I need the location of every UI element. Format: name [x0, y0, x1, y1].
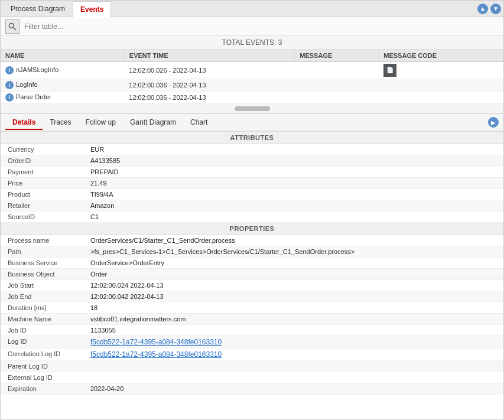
prop-value: >fs_pres>C1_Services-1>C1_Services>Order…: [83, 246, 503, 258]
attr-row: Currency EUR: [1, 144, 503, 155]
nav-prev-button[interactable]: ▲: [477, 4, 488, 14]
info-icon: i: [5, 93, 14, 102]
prop-row: Business Object Order: [1, 269, 503, 280]
prop-key: Correlation Log ID: [1, 349, 83, 361]
detail-expand-icon[interactable]: ▶: [488, 117, 499, 128]
table-row[interactable]: iParse Order 12:02:00.036 - 2022-04-13: [1, 92, 503, 104]
attr-row: SourceID C1: [1, 211, 503, 223]
tab-follow-up[interactable]: Follow up: [79, 116, 123, 130]
event-message-code-cell: [379, 79, 503, 92]
tab-chart[interactable]: Chart: [183, 116, 214, 130]
prop-row: Job End 12:02:00.042 2022-04-13: [1, 291, 503, 302]
search-icon[interactable]: [5, 19, 19, 34]
prop-row: Log ID f5cdb522-1a72-4395-a084-348fe0163…: [1, 336, 503, 349]
prop-row: Path >fs_pres>C1_Services-1>C1_Services>…: [1, 246, 503, 258]
event-name-cell: inJAMSLogInfo: [1, 62, 124, 79]
prop-value[interactable]: f5cdb522-1a72-4395-a084-348fe0163310: [83, 349, 503, 361]
table-row[interactable]: inJAMSLogInfo 12:02:00.026 - 2022-04-13 …: [1, 62, 503, 79]
prop-value: 18: [83, 302, 503, 314]
total-events-label: TOTAL EVENTS: 3: [1, 36, 503, 50]
prop-value: 12:02:00.042 2022-04-13: [83, 291, 503, 302]
attributes-table: Currency EUR OrderID A4133585 Payment PR…: [1, 144, 503, 223]
prop-key: Job End: [1, 291, 83, 302]
attr-key: Product: [1, 189, 83, 200]
event-message-code-cell: 📄: [379, 62, 503, 79]
event-message-cell: [295, 92, 379, 104]
prop-value[interactable]: f5cdb522-1a72-4395-a084-348fe0163310: [83, 336, 503, 349]
top-tab-bar: Process Diagram Events ▲ ▼: [1, 1, 503, 17]
search-bar: [1, 17, 503, 36]
filter-input[interactable]: [24, 22, 499, 31]
attr-key: Currency: [1, 144, 83, 155]
bottom-section: Details Traces Follow up Gantt Diagram C…: [1, 114, 503, 419]
prop-value: OrderService>OrderEntry: [83, 258, 503, 269]
prop-key: Business Service: [1, 258, 83, 269]
detail-tabs: Details Traces Follow up Gantt Diagram C…: [1, 114, 503, 132]
tab-events[interactable]: Events: [73, 1, 111, 18]
event-name-cell: iLogInfo: [1, 79, 124, 92]
attr-value: EUR: [83, 144, 503, 155]
prop-link[interactable]: f5cdb522-1a72-4395-a084-348fe0163310: [90, 338, 222, 346]
scroll-thumb[interactable]: [235, 106, 270, 111]
info-icon: i: [5, 81, 14, 89]
event-time-cell: 12:02:00.026 - 2022-04-13: [124, 62, 294, 79]
doc-icon-btn[interactable]: 📄: [383, 64, 396, 77]
col-message: MESSAGE: [295, 50, 379, 62]
prop-key: Expiration: [1, 383, 83, 395]
attr-key: SourceID: [1, 211, 83, 223]
tab-traces[interactable]: Traces: [43, 116, 78, 130]
attributes-header: ATTRIBUTES: [1, 132, 503, 144]
attr-key: OrderID: [1, 155, 83, 167]
tab-process-diagram[interactable]: Process Diagram: [3, 1, 73, 17]
prop-row: Correlation Log ID f5cdb522-1a72-4395-a0…: [1, 349, 503, 361]
prop-row: Expiration 2022-04-20: [1, 383, 503, 395]
col-event-time: EVENT TIME: [124, 50, 294, 62]
event-message-cell: [295, 79, 379, 92]
prop-value: 12:02:00.024 2022-04-13: [83, 280, 503, 291]
prop-key: Business Object: [1, 269, 83, 280]
prop-value: [83, 361, 503, 372]
prop-key: Machine Name: [1, 314, 83, 325]
prop-value: Order: [83, 269, 503, 280]
prop-value: OrderServices/C1/Starter_C1_SendOrder.pr…: [83, 235, 503, 246]
event-time-cell: 12:02:00.036 - 2022-04-13: [124, 79, 294, 92]
nav-next-button[interactable]: ▼: [490, 4, 501, 14]
prop-key: External Log ID: [1, 372, 83, 383]
prop-key: Duration [ms]: [1, 302, 83, 314]
properties-header: PROPERTIES: [1, 223, 503, 235]
table-row[interactable]: iLogInfo 12:02:00.036 - 2022-04-13: [1, 79, 503, 92]
prop-key: Parent Log ID: [1, 361, 83, 372]
prop-row: Duration [ms] 18: [1, 302, 503, 314]
detail-content: ATTRIBUTES Currency EUR OrderID A4133585…: [1, 132, 503, 419]
svg-point-0: [9, 23, 14, 28]
scroll-indicator: [1, 104, 503, 113]
main-container: Process Diagram Events ▲ ▼ TOTAL EVENTS:…: [0, 0, 504, 420]
properties-table: Process name OrderServices/C1/Starter_C1…: [1, 235, 503, 395]
event-name-cell: iParse Order: [1, 92, 124, 104]
prop-link[interactable]: f5cdb522-1a72-4395-a084-348fe0163310: [90, 350, 222, 359]
tab-details[interactable]: Details: [5, 116, 43, 130]
attr-value: Amazon: [83, 200, 503, 211]
events-table: NAME EVENT TIME MESSAGE MESSAGE CODE inJ…: [1, 50, 503, 104]
attr-row: OrderID A4133585: [1, 155, 503, 167]
prop-row: External Log ID: [1, 372, 503, 383]
prop-key: Process name: [1, 235, 83, 246]
attr-row: Payment PREPAID: [1, 167, 503, 178]
attr-value: C1: [83, 211, 503, 223]
prop-key: Job ID: [1, 325, 83, 336]
col-message-code: MESSAGE CODE: [379, 50, 503, 62]
prop-value: 1133055: [83, 325, 503, 336]
events-table-header: NAME EVENT TIME MESSAGE MESSAGE CODE: [1, 50, 503, 62]
tab-gantt-diagram[interactable]: Gantt Diagram: [123, 116, 183, 130]
prop-row: Job ID 1133055: [1, 325, 503, 336]
attr-row: Retailer Amazon: [1, 200, 503, 211]
prop-key: Log ID: [1, 336, 83, 349]
events-section: TOTAL EVENTS: 3 NAME EVENT TIME MESSAGE …: [1, 17, 503, 114]
event-message-cell: [295, 62, 379, 79]
prop-value: [83, 372, 503, 383]
prop-key: Job Start: [1, 280, 83, 291]
attr-key: Payment: [1, 167, 83, 178]
prop-value: 2022-04-20: [83, 383, 503, 395]
event-time-cell: 12:02:00.036 - 2022-04-13: [124, 92, 294, 104]
top-tab-icons: ▲ ▼: [477, 4, 501, 14]
